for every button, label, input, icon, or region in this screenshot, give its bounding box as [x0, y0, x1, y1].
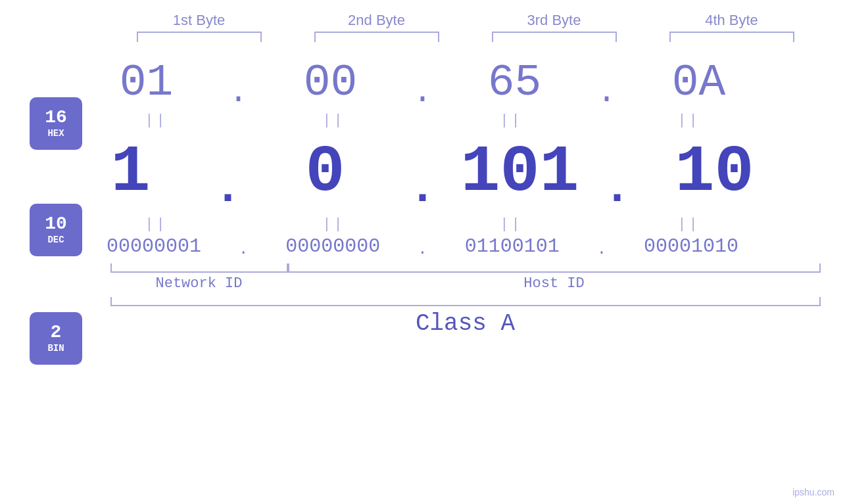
eq2-sign-3: ||: [500, 216, 522, 233]
hex-cell-4: 0A: [610, 60, 788, 105]
bin-row: 00000001 . 00000000 . 01100101 . 0000101…: [0, 234, 845, 258]
dec-value-3: 101: [460, 140, 579, 206]
hex-number: 16: [45, 108, 67, 127]
eq2-cell-4: ||: [600, 216, 778, 233]
bracket-cell-1: [110, 32, 288, 42]
equals-row-1: || || || ||: [0, 112, 845, 129]
bin-value-1: 00000001: [107, 237, 201, 256]
byte-header-3: 3rd Byte: [466, 12, 643, 29]
bracket-cell-2: [288, 32, 466, 42]
hex-value-2: 00: [304, 60, 358, 105]
bin-cell-2: 00000000: [244, 237, 422, 256]
bin-cell-1: 00000001: [65, 237, 243, 256]
top-bracket-3: [492, 32, 617, 42]
dec-name: DEC: [47, 235, 64, 245]
eq2-cell-2: ||: [245, 216, 423, 233]
top-bracket-2: [314, 32, 439, 42]
dec-value-2: 0: [305, 140, 345, 206]
id-labels: Network ID Host ID: [0, 275, 845, 292]
bin-value-4: 00001010: [644, 237, 738, 256]
eq-sign-3: ||: [500, 112, 522, 129]
main-container: 16 HEX 10 DEC 2 BIN 1st Byte 2nd Byte 3r…: [0, 0, 845, 504]
bracket-cell-3: [466, 32, 643, 42]
bin-number: 2: [51, 323, 62, 342]
eq2-cell-3: ||: [423, 216, 600, 233]
byte-headers: 1st Byte 2nd Byte 3rd Byte 4th Byte: [0, 0, 845, 29]
eq-sign-2: ||: [322, 112, 345, 129]
host-id-label: Host ID: [288, 275, 821, 292]
equals-row-2: || || || ||: [0, 216, 845, 233]
eq2-sign-1: ||: [145, 216, 167, 233]
hex-badge: 16 HEX: [30, 97, 82, 150]
network-bracket-wrap: [110, 263, 288, 273]
hex-row: 01 . 00 . 65 . 0A: [0, 54, 845, 111]
eq2-sign-2: ||: [322, 216, 345, 233]
eq-sign-1: ||: [145, 112, 167, 129]
watermark: ipshu.com: [792, 487, 834, 497]
dec-value-4: 10: [675, 140, 754, 206]
dec-badge: 10 DEC: [30, 204, 82, 256]
class-bracket: [110, 297, 821, 306]
dec-cell-3: 101: [431, 140, 609, 206]
bin-value-3: 01100101: [465, 237, 560, 256]
dec-row: 1 . 0 . 101 . 10: [0, 130, 845, 215]
eq-cell-3: ||: [423, 112, 600, 129]
hex-cell-2: 00: [241, 60, 419, 105]
top-bracket-1: [137, 32, 262, 42]
hex-name: HEX: [47, 128, 64, 139]
host-bracket: [288, 263, 821, 273]
bin-name: BIN: [47, 343, 64, 354]
byte-header-1: 1st Byte: [110, 12, 288, 29]
eq2-sign-4: ||: [677, 216, 700, 233]
bin-badge: 2 BIN: [30, 312, 82, 365]
byte-header-2: 2nd Byte: [288, 12, 466, 29]
hex-cell-1: 01: [57, 60, 235, 105]
eq-cell-2: ||: [245, 112, 423, 129]
host-bracket-wrap: [288, 263, 821, 273]
dec-cell-2: 0: [236, 140, 414, 206]
dec-number: 10: [45, 215, 67, 233]
network-id-label: Network ID: [110, 275, 288, 292]
bin-value-2: 00000000: [285, 237, 380, 256]
eq-cell-4: ||: [600, 112, 778, 129]
eq-cell-1: ||: [68, 112, 245, 129]
hex-value-1: 01: [120, 60, 174, 105]
hex-value-4: 0A: [672, 60, 726, 105]
top-bracket-4: [669, 32, 794, 42]
dec-value-1: 1: [110, 140, 150, 206]
eq-sign-4: ||: [677, 112, 700, 129]
hex-cell-3: 65: [426, 60, 604, 105]
bin-cell-4: 00001010: [602, 237, 780, 256]
class-label: Class A: [110, 310, 821, 337]
network-bracket: [110, 263, 288, 273]
hex-value-3: 65: [488, 60, 542, 105]
bin-cell-3: 01100101: [423, 237, 601, 256]
class-label-row: Class A: [0, 310, 845, 337]
byte-header-4: 4th Byte: [643, 12, 821, 29]
bottom-brackets: [0, 263, 845, 273]
eq2-cell-1: ||: [68, 216, 245, 233]
top-brackets: [0, 32, 845, 42]
dec-cell-4: 10: [626, 140, 804, 206]
class-bracket-row: [0, 297, 845, 306]
bracket-cell-4: [643, 32, 821, 42]
